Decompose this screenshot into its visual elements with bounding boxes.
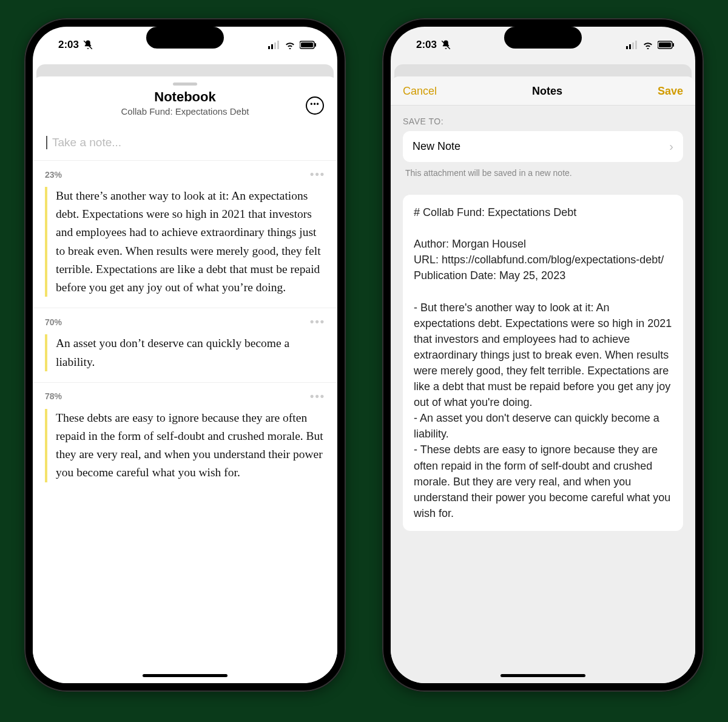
chevron-right-icon: › [669,140,673,154]
notch [504,27,582,49]
home-indicator[interactable] [143,674,228,677]
notes-share-sheet: Cancel Notes Save SAVE TO: New Note › Th… [391,76,695,683]
highlight-item[interactable]: 70% ••• An asset you don’t deserve can q… [33,308,337,382]
notebook-subtitle: Collab Fund: Expectations Debt [45,106,325,116]
svg-rect-10 [629,44,631,49]
sheet-grabber[interactable] [173,83,197,86]
svg-rect-12 [635,41,637,49]
destination-value: New Note [413,140,460,153]
take-note-input[interactable]: Take a note... [33,125,337,160]
svg-rect-15 [673,43,674,47]
wifi-icon [284,41,296,49]
ellipsis-icon[interactable]: ••• [310,168,325,181]
notebook-header: Notebook Collab Fund: Expectations Debt … [33,89,337,125]
highlight-text: These debts are easy to ignore because t… [45,409,325,482]
phone-right: 2:03 Cancel Notes [382,18,704,692]
save-to-label: SAVE TO: [403,116,683,126]
save-hint: This attachment will be saved in a new n… [403,168,683,178]
svg-rect-11 [632,42,634,49]
home-indicator[interactable] [500,674,585,677]
ellipsis-circle-icon[interactable]: ••• [306,96,324,115]
destination-row[interactable]: New Note › [403,131,683,162]
highlight-item[interactable]: 78% ••• These debts are easy to ignore b… [33,382,337,493]
highlight-percent: 70% [45,317,62,327]
note-body[interactable]: # Collab Fund: Expectations Debt Author:… [403,195,683,531]
take-note-placeholder: Take a note... [52,136,121,149]
battery-icon [300,41,317,49]
notebook-sheet: Notebook Collab Fund: Expectations Debt … [33,76,337,683]
ellipsis-icon[interactable]: ••• [310,315,325,328]
screen-notes-share: 2:03 Cancel Notes [391,27,695,683]
save-to-section: SAVE TO: New Note › This attachment will… [391,106,695,181]
notes-header: Cancel Notes Save [391,76,695,106]
notes-title: Notes [532,85,562,98]
highlight-text: But there’s another way to look at it: A… [45,187,325,297]
cellular-signal-icon [626,41,638,49]
text-cursor [46,136,47,149]
battery-icon [658,41,675,49]
svg-rect-6 [301,42,313,47]
phone-left: 2:03 Notebook Col [24,18,346,692]
bell-slash-icon [440,39,451,50]
bell-slash-icon [83,39,93,50]
cellular-signal-icon [268,41,280,49]
svg-rect-3 [274,42,276,49]
cancel-button[interactable]: Cancel [403,85,437,98]
notch [146,27,224,49]
svg-rect-7 [315,43,316,47]
status-time: 2:03 [416,39,437,51]
save-button[interactable]: Save [658,85,683,98]
svg-rect-9 [626,46,628,49]
svg-rect-2 [271,44,273,49]
highlight-percent: 23% [45,170,62,180]
svg-rect-4 [277,41,279,49]
status-time: 2:03 [58,39,79,51]
svg-rect-1 [268,46,270,49]
wifi-icon [642,41,654,49]
highlight-percent: 78% [45,391,62,401]
notebook-title: Notebook [45,89,325,105]
svg-rect-14 [659,42,671,47]
highlight-item[interactable]: 23% ••• But there’s another way to look … [33,160,337,308]
screen-notebook: 2:03 Notebook Col [33,27,337,683]
ellipsis-icon[interactable]: ••• [310,390,325,403]
highlight-text: An asset you don’t deserve can quickly b… [45,334,325,371]
